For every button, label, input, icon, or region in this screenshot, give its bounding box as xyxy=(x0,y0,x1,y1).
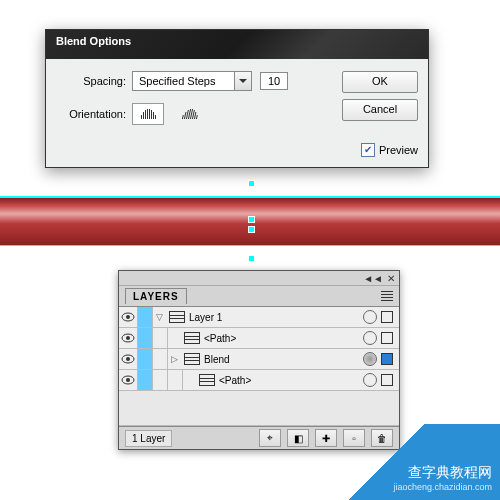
layer-list-empty xyxy=(119,391,399,426)
selection-indicator[interactable] xyxy=(381,353,393,365)
layers-panel: ◄◄ ✕ LAYERS ▽ Layer 1 <Path> xyxy=(118,270,400,450)
preview-label: Preview xyxy=(379,144,418,156)
layer-swatch-icon xyxy=(199,374,215,386)
layers-tab[interactable]: LAYERS xyxy=(125,288,187,304)
orientation-label: Orientation: xyxy=(56,108,126,120)
layer-name[interactable]: <Path> xyxy=(219,375,363,386)
disclosure-icon[interactable]: ▷ xyxy=(168,354,180,364)
visibility-icon[interactable] xyxy=(119,354,137,364)
visibility-icon[interactable] xyxy=(119,333,137,343)
svg-point-3 xyxy=(126,336,130,340)
selection-handle-top[interactable] xyxy=(248,180,255,187)
make-clipping-mask-icon[interactable]: ◧ xyxy=(287,429,309,447)
selection-handle-mid1[interactable] xyxy=(248,216,255,223)
svg-point-7 xyxy=(126,378,130,382)
layer-row[interactable]: ▽ Layer 1 xyxy=(119,307,399,328)
orientation-align-page-icon[interactable] xyxy=(132,103,164,125)
layer-swatch-icon xyxy=(184,332,200,344)
ok-button[interactable]: OK xyxy=(342,71,418,93)
svg-point-1 xyxy=(126,315,130,319)
visibility-icon[interactable] xyxy=(119,375,137,385)
selection-indicator[interactable] xyxy=(381,332,393,344)
dialog-titlebar[interactable]: Blend Options xyxy=(46,30,428,59)
watermark-text: 查字典教程网 xyxy=(408,464,492,480)
panel-tabstrip: ◄◄ ✕ xyxy=(119,271,399,285)
cancel-button[interactable]: Cancel xyxy=(342,99,418,121)
locate-object-icon[interactable]: ⌖ xyxy=(259,429,281,447)
edit-column[interactable] xyxy=(137,370,153,390)
layer-list: ▽ Layer 1 <Path> ▷ Blend xyxy=(119,306,399,427)
spacing-dropdown[interactable]: Specified Steps xyxy=(132,71,252,91)
watermark: 查字典教程网 jiaocheng.chazidian.com xyxy=(324,424,500,500)
layer-name[interactable]: Layer 1 xyxy=(189,312,363,323)
selection-indicator[interactable] xyxy=(381,311,393,323)
disclosure-icon[interactable]: ▽ xyxy=(153,312,165,322)
artboard-ribbon[interactable] xyxy=(0,197,500,245)
spacing-label: Spacing: xyxy=(56,75,126,87)
panel-menu-icon[interactable] xyxy=(381,291,393,301)
orientation-align-path-icon[interactable] xyxy=(174,103,206,125)
target-icon[interactable] xyxy=(363,373,377,387)
panel-header: LAYERS xyxy=(119,285,399,306)
panel-collapse-icon[interactable]: ◄◄ xyxy=(363,273,383,284)
dialog-title: Blend Options xyxy=(56,35,131,47)
dropdown-arrow-icon[interactable] xyxy=(234,72,251,90)
target-icon[interactable] xyxy=(363,352,377,366)
watermark-url: jiaocheng.chazidian.com xyxy=(393,482,492,492)
edit-column[interactable] xyxy=(137,307,153,327)
target-icon[interactable] xyxy=(363,310,377,324)
layer-name[interactable]: Blend xyxy=(204,354,363,365)
layer-name[interactable]: <Path> xyxy=(204,333,363,344)
svg-point-5 xyxy=(126,357,130,361)
layer-swatch-icon xyxy=(169,311,185,323)
selection-indicator[interactable] xyxy=(381,374,393,386)
layer-row[interactable]: <Path> xyxy=(119,328,399,349)
edit-column[interactable] xyxy=(137,328,153,348)
selection-handle-bottom[interactable] xyxy=(248,255,255,262)
panel-close-icon[interactable]: ✕ xyxy=(387,273,395,284)
preview-row: ✔ Preview xyxy=(361,143,418,157)
layer-count: 1 Layer xyxy=(125,430,172,447)
blend-options-dialog: Blend Options Spacing: Specified Steps 1… xyxy=(45,29,429,168)
visibility-icon[interactable] xyxy=(119,312,137,322)
preview-checkbox[interactable]: ✔ xyxy=(361,143,375,157)
dialog-body: Spacing: Specified Steps 10 Orientation: xyxy=(46,59,428,167)
layer-row[interactable]: <Path> xyxy=(119,370,399,391)
layer-swatch-icon xyxy=(184,353,200,365)
steps-input[interactable]: 10 xyxy=(260,72,288,90)
selection-handle-mid2[interactable] xyxy=(248,226,255,233)
spacing-value: Specified Steps xyxy=(133,75,234,87)
edit-column[interactable] xyxy=(137,349,153,369)
layer-row[interactable]: ▷ Blend xyxy=(119,349,399,370)
target-icon[interactable] xyxy=(363,331,377,345)
